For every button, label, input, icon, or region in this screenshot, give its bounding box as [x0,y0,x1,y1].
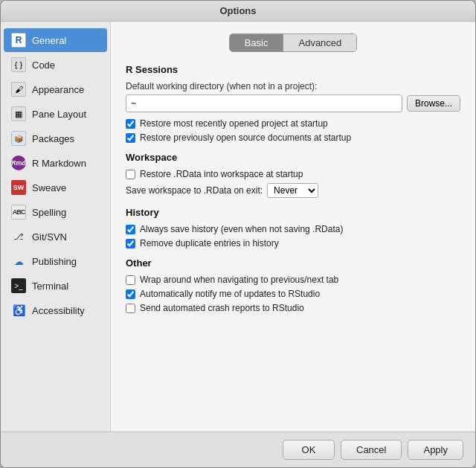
always-save-history-checkbox[interactable] [126,225,135,234]
save-workspace-label: Save workspace to .RData on exit: [126,185,263,196]
history-title: History [126,207,460,218]
remove-duplicates-row: Remove duplicate entries in history [126,238,460,249]
save-workspace-select[interactable]: Never Always Ask [267,183,318,198]
restore-source-row: Restore previously open source documents… [126,132,460,143]
sidebar-label-pane-layout: Pane Layout [32,109,86,120]
window-title: Options [219,5,256,16]
sidebar-item-terminal[interactable]: >_ Terminal [4,274,107,298]
sidebar-label-terminal: Terminal [32,281,68,292]
restore-rdata-row: Restore .RData into workspace at startup [126,169,460,179]
always-save-history-label: Always save history (even when not savin… [140,224,343,234]
tab-bar: Basic Advanced [126,33,460,52]
restore-rdata-label: Restore .RData into workspace at startup [140,169,303,179]
send-crash-checkbox[interactable] [126,304,135,313]
notify-updates-checkbox[interactable] [126,289,135,299]
code-icon: { } [11,57,26,72]
ok-button[interactable]: OK [283,440,335,460]
sidebar-item-sweave[interactable]: SW Sweave [4,176,107,199]
sidebar-item-r-markdown[interactable]: Rmd R Markdown [4,151,107,175]
dir-input[interactable] [126,94,402,112]
notify-updates-label: Automatically notify me of updates to RS… [140,289,320,299]
rmd-icon: Rmd [11,156,26,170]
other-title: Other [126,257,460,269]
dir-row: Browse... [126,94,460,112]
packages-icon: 📦 [11,131,26,146]
pane-layout-icon: ▦ [11,106,26,121]
sidebar-label-r-markdown: R Markdown [32,158,86,169]
spelling-icon: ABC [11,205,26,219]
sidebar-label-sweave: Sweave [32,182,66,193]
restore-source-label: Restore previously open source documents… [140,132,351,143]
wrap-around-label: Wrap around when navigating to previous/… [140,275,338,285]
sidebar: R General { } Code 🖌 Appearance ▦ Pane L… [1,22,111,432]
sweave-icon: SW [11,180,26,195]
general-icon: R [11,33,26,48]
sidebar-label-appearance: Appearance [32,84,84,95]
dir-field-label: Default working directory (when not in a… [126,81,460,92]
sidebar-label-accessibility: Accessibility [32,305,85,316]
restore-source-checkbox[interactable] [126,133,135,143]
restore-project-row: Restore most recently opened project at … [126,118,460,129]
save-workspace-row: Save workspace to .RData on exit: Never … [126,183,460,198]
sidebar-item-git-svn[interactable]: ⎇ Git/SVN [4,225,107,249]
restore-project-label: Restore most recently opened project at … [140,118,328,129]
sidebar-item-code[interactable]: { } Code [4,53,107,77]
tab-basic[interactable]: Basic [230,34,284,51]
terminal-icon: >_ [11,278,26,293]
r-sessions-title: R Sessions [126,64,460,75]
appearance-icon: 🖌 [11,82,26,97]
remove-duplicates-label: Remove duplicate entries in history [140,238,279,249]
browse-button[interactable]: Browse... [407,95,460,112]
sidebar-label-publishing: Publishing [32,256,77,267]
restore-rdata-checkbox[interactable] [126,170,135,179]
git-icon: ⎇ [11,229,26,244]
sidebar-item-packages[interactable]: 📦 Packages [4,126,107,150]
remove-duplicates-checkbox[interactable] [126,239,135,249]
apply-button[interactable]: Apply [408,440,463,460]
titlebar: Options [1,1,475,22]
wrap-around-row: Wrap around when navigating to previous/… [126,275,460,285]
send-crash-label: Send automated crash reports to RStudio [140,303,304,313]
sidebar-label-spelling: Spelling [32,207,66,218]
tab-advanced[interactable]: Advanced [283,34,356,51]
cancel-button[interactable]: Cancel [341,440,402,460]
sidebar-item-publishing[interactable]: ☁ Publishing [4,249,107,273]
sidebar-item-accessibility[interactable]: ♿ Accessibility [4,298,107,322]
tab-group: Basic Advanced [229,33,358,52]
sidebar-item-general[interactable]: R General [4,28,107,52]
publishing-icon: ☁ [11,254,26,269]
footer: OK Cancel Apply [1,432,475,467]
window-body: R General { } Code 🖌 Appearance ▦ Pane L… [1,22,475,432]
sidebar-item-spelling[interactable]: ABC Spelling [4,200,107,224]
sidebar-item-appearance[interactable]: 🖌 Appearance [4,77,107,101]
workspace-title: Workspace [126,152,460,163]
sidebar-label-code: Code [32,60,55,71]
send-crash-row: Send automated crash reports to RStudio [126,303,460,313]
main-content: Basic Advanced R Sessions Default workin… [111,22,475,432]
wrap-around-checkbox[interactable] [126,275,135,285]
notify-updates-row: Automatically notify me of updates to RS… [126,289,460,299]
always-save-history-row: Always save history (even when not savin… [126,224,460,234]
options-window: Options R General { } Code 🖌 Appearance … [0,0,476,468]
sidebar-label-git-svn: Git/SVN [32,231,67,243]
sidebar-label-packages: Packages [32,133,74,144]
restore-project-checkbox[interactable] [126,119,135,129]
accessibility-icon: ♿ [11,303,26,318]
sidebar-label-general: General [32,35,66,46]
sidebar-item-pane-layout[interactable]: ▦ Pane Layout [4,102,107,126]
